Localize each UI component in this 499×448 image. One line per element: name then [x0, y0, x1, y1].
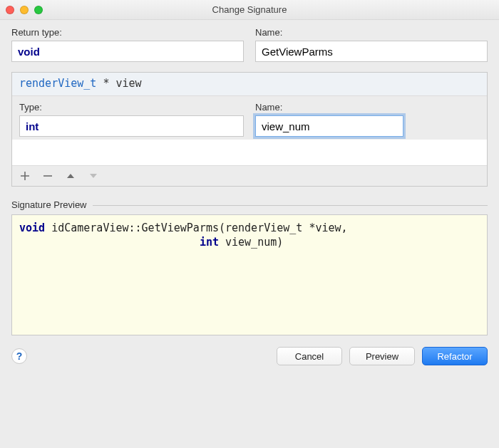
- divider: [93, 205, 488, 206]
- window-title: Change Signature: [0, 4, 499, 15]
- parameters-panel: renderView_t * view Type: Name:: [11, 72, 488, 187]
- param-type-input[interactable]: [19, 115, 244, 137]
- function-name-input[interactable]: [255, 41, 488, 62]
- title-bar: Change Signature: [0, 0, 499, 20]
- plus-icon[interactable]: [19, 170, 31, 182]
- zoom-icon[interactable]: [34, 6, 43, 14]
- param-type: renderView_t: [19, 77, 96, 90]
- param-type-label: Type:: [19, 102, 244, 113]
- name-label: Name:: [255, 27, 488, 38]
- cancel-button[interactable]: Cancel: [277, 347, 342, 365]
- param-name-input[interactable]: [255, 115, 403, 137]
- signature-preview-label: Signature Preview: [11, 199, 87, 210]
- refactor-button[interactable]: Refactor: [422, 347, 488, 365]
- minimize-icon[interactable]: [20, 6, 29, 14]
- arrow-up-icon[interactable]: [65, 170, 76, 182]
- param-name-label: Name:: [255, 102, 480, 113]
- preview-button[interactable]: Preview: [349, 347, 415, 365]
- star-icon: *: [103, 77, 115, 90]
- signature-preview: void idCameraView::GetViewParms(renderVi…: [11, 214, 488, 335]
- arrow-down-icon[interactable]: [88, 170, 99, 182]
- window-controls: [6, 6, 43, 14]
- param-identifier: view: [115, 77, 141, 90]
- parameter-row[interactable]: renderView_t * view: [12, 73, 487, 96]
- close-icon[interactable]: [6, 6, 14, 14]
- return-type-input[interactable]: [11, 41, 244, 62]
- return-type-label: Return type:: [11, 27, 244, 38]
- help-button[interactable]: ?: [11, 348, 27, 364]
- minus-icon[interactable]: [42, 170, 53, 182]
- parameters-empty-area[interactable]: [12, 140, 487, 165]
- parameters-toolbar: [12, 165, 487, 186]
